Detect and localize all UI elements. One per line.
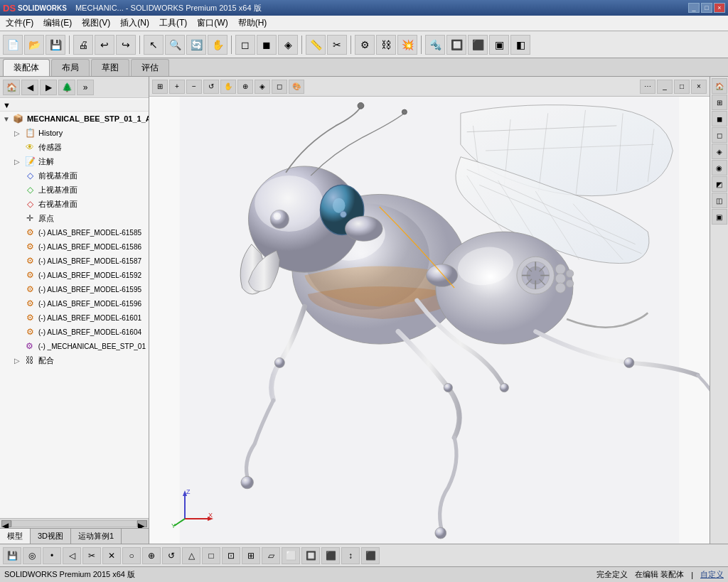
tree-root-node[interactable]: ▼ 📦 MECHANICAL_BEE_STP_01_1_ASM: [0, 112, 149, 126]
tree-item-right-plane[interactable]: ◇ 右视基准面: [0, 197, 149, 211]
btn-rect[interactable]: ⬜: [282, 547, 300, 564]
btn-back[interactable]: ◁: [63, 547, 81, 564]
toolbar-pan[interactable]: ✋: [208, 35, 228, 55]
toolbar-patterns[interactable]: 🔲: [446, 35, 466, 55]
vp-zoom-to-fit[interactable]: ⊞: [152, 80, 168, 94]
tree-item-model-61586[interactable]: ⚙ (-) ALIAS_BREF_MODEL-61586: [0, 239, 149, 254]
left-tab-model[interactable]: 模型: [0, 529, 31, 544]
menu-edit[interactable]: 编辑(E): [39, 16, 76, 31]
toolbar-select[interactable]: ↖: [144, 35, 164, 55]
menu-window[interactable]: 窗口(W): [193, 16, 232, 31]
rt-shaded[interactable]: ◼: [712, 111, 727, 126]
rt-options1[interactable]: ◉: [712, 160, 727, 176]
vp-minimize[interactable]: _: [657, 80, 673, 94]
toolbar-undo[interactable]: ↩: [95, 35, 114, 55]
toolbar-extra2[interactable]: ◧: [510, 35, 530, 55]
btn-x[interactable]: ✕: [102, 547, 121, 564]
tab-assembly[interactable]: 装配体: [3, 59, 50, 76]
toolbar-explode[interactable]: 💥: [397, 35, 417, 55]
vp-pan[interactable]: ✋: [220, 80, 236, 94]
toolbar-new[interactable]: 📄: [3, 35, 23, 55]
toolbar-save[interactable]: 💾: [46, 35, 65, 55]
maximize-button[interactable]: □: [701, 3, 712, 13]
rt-home-view[interactable]: 🏠: [712, 78, 727, 94]
btn-plus[interactable]: ⊕: [142, 547, 161, 564]
left-tool-back[interactable]: ◀: [21, 80, 38, 95]
btn-black-rect[interactable]: ⬛: [321, 547, 340, 564]
scroll-right-btn[interactable]: ▶: [137, 520, 147, 527]
vp-rotate[interactable]: ↺: [203, 80, 219, 94]
tree-item-model-61587[interactable]: ⚙ (-) ALIAS_BREF_MODEL-61587: [0, 254, 149, 268]
scroll-left-btn[interactable]: ◀: [1, 520, 11, 527]
tree-item-model-61604[interactable]: ⚙ (-) ALIAS_BREF_MODEL-61604: [0, 325, 149, 339]
toolbar-wireframe[interactable]: ◻: [235, 35, 255, 55]
status-customize[interactable]: 自定义: [700, 569, 724, 580]
vp-appearance[interactable]: 🎨: [289, 80, 304, 94]
toolbar-measure[interactable]: 📏: [306, 35, 326, 55]
btn-circle[interactable]: ◎: [23, 547, 41, 564]
vp-maximize[interactable]: □: [674, 80, 690, 94]
vp-zoom-in[interactable]: +: [169, 80, 185, 94]
tree-item-origin[interactable]: ✛ 原点: [0, 211, 149, 225]
rt-options3[interactable]: ◫: [712, 193, 727, 208]
toolbar-extra1[interactable]: ▣: [489, 35, 509, 55]
left-horizontal-scrollbar[interactable]: ◀ ▶: [0, 518, 149, 528]
toolbar-redo[interactable]: ↪: [116, 35, 136, 55]
tree-item-model-61592[interactable]: ⚙ (-) ALIAS_BREF_MODEL-61592: [0, 268, 149, 282]
toolbar-shaded[interactable]: ◼: [257, 35, 277, 55]
toolbar-zoom[interactable]: 🔍: [165, 35, 185, 55]
btn-arrows[interactable]: ↕: [341, 547, 360, 564]
btn-point[interactable]: •: [43, 547, 61, 564]
toolbar-mates[interactable]: ⛓: [376, 35, 396, 55]
tree-item-mates[interactable]: ▷ ⛓ 配合: [0, 353, 149, 367]
tab-layout[interactable]: 布局: [51, 59, 90, 76]
rt-zoom-fit[interactable]: ⊞: [712, 95, 727, 110]
btn-ring[interactable]: ○: [122, 547, 141, 564]
vp-hide-show[interactable]: ◻: [272, 80, 287, 94]
tab-evaluate[interactable]: 评估: [131, 59, 169, 76]
toolbar-section[interactable]: ✂: [327, 35, 347, 55]
tab-sketch[interactable]: 草图: [91, 59, 129, 76]
menu-view[interactable]: 视图(V): [77, 16, 114, 31]
left-tool-home[interactable]: 🏠: [3, 80, 20, 95]
btn-square[interactable]: □: [202, 547, 220, 564]
btn-filled-rect[interactable]: 🔲: [301, 547, 320, 564]
tree-item-front-plane[interactable]: ◇ 前视基准面: [0, 168, 149, 183]
left-tab-motion[interactable]: 运动算例1: [71, 529, 122, 544]
vp-more-options[interactable]: ⋯: [640, 80, 655, 94]
left-tab-3d-view[interactable]: 3D视图: [31, 529, 71, 544]
rt-options4[interactable]: ▣: [712, 209, 727, 225]
close-button[interactable]: ×: [714, 3, 725, 13]
btn-triangle[interactable]: △: [182, 547, 200, 564]
left-tool-more[interactable]: »: [77, 80, 94, 95]
3d-viewport[interactable]: ⊞ + − ↺ ✋ ⊕ ◈ ◻ 🎨 ⋯ _ □ ×: [149, 77, 710, 544]
btn-rhombus[interactable]: ▱: [262, 547, 280, 564]
tree-item-sensor[interactable]: 👁 传感器: [0, 140, 149, 154]
tree-item-model-61601[interactable]: ⚙ (-) ALIAS_BREF_MODEL-61601: [0, 311, 149, 325]
rt-options2[interactable]: ◩: [712, 176, 727, 192]
vp-display-style[interactable]: ◈: [255, 80, 270, 94]
vp-close[interactable]: ×: [691, 80, 707, 94]
tree-item-mechanical-bee[interactable]: ⚙ (-) _MECHANICAL_BEE_STP_01: [0, 339, 149, 353]
toolbar-rotate[interactable]: 🔄: [186, 35, 206, 55]
toolbar-open[interactable]: 📂: [24, 35, 44, 55]
toolbar-print[interactable]: 🖨: [73, 35, 93, 55]
btn-grid[interactable]: ⊡: [222, 547, 240, 564]
tree-item-model-61585[interactable]: ⚙ (-) ALIAS_BREF_MODEL-61585: [0, 225, 149, 239]
toolbar-components[interactable]: ⚙: [355, 35, 375, 55]
menu-tools[interactable]: 工具(T): [155, 16, 191, 31]
btn-scissors[interactable]: ✂: [82, 547, 101, 564]
tree-item-model-61595[interactable]: ⚙ (-) ALIAS_BREF_MODEL-61595: [0, 282, 149, 296]
btn-save[interactable]: 💾: [3, 547, 21, 564]
menu-help[interactable]: 帮助(H): [234, 16, 272, 31]
rt-section[interactable]: ◈: [712, 144, 727, 159]
btn-grid2[interactable]: ⊞: [242, 547, 260, 564]
tree-item-history[interactable]: ▷ 📋 History: [0, 126, 149, 140]
toolbar-hidden[interactable]: ◈: [278, 35, 298, 55]
menu-file[interactable]: 文件(F): [1, 16, 38, 31]
tree-item-model-61596[interactable]: ⚙ (-) ALIAS_BREF_MODEL-61596: [0, 296, 149, 311]
tree-item-annotation[interactable]: ▷ 📝 注解: [0, 154, 149, 168]
btn-last[interactable]: ⬛: [361, 547, 380, 564]
vp-zoom-out[interactable]: −: [186, 80, 202, 94]
menu-insert[interactable]: 插入(N): [116, 16, 154, 31]
